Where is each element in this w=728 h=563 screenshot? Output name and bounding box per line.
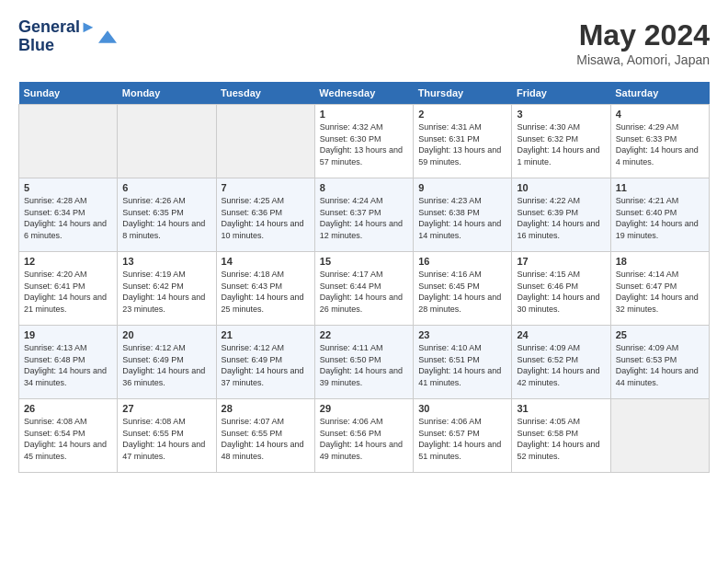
calendar-cell: 20Sunrise: 4:12 AMSunset: 6:49 PMDayligh… [118,326,216,399]
calendar-cell [19,105,118,178]
cell-info: Sunrise: 4:09 AMSunset: 6:53 PMDaylight:… [616,342,704,388]
calendar-cell: 23Sunrise: 4:10 AMSunset: 6:51 PMDayligh… [414,326,512,399]
day-number: 20 [122,329,210,340]
calendar-cell: 9Sunrise: 4:23 AMSunset: 6:38 PMDaylight… [414,178,512,252]
cell-info: Sunrise: 4:17 AMSunset: 6:44 PMDaylight:… [320,269,408,315]
cell-info: Sunrise: 4:13 AMSunset: 6:48 PMDaylight:… [24,342,112,388]
calendar-cell: 29Sunrise: 4:06 AMSunset: 6:56 PMDayligh… [314,399,413,473]
cell-info: Sunrise: 4:06 AMSunset: 6:56 PMDaylight:… [320,416,408,462]
calendar-cell: 24Sunrise: 4:09 AMSunset: 6:52 PMDayligh… [512,326,610,399]
dow-saturday: Saturday [610,82,709,105]
calendar-cell: 18Sunrise: 4:14 AMSunset: 6:47 PMDayligh… [610,252,709,326]
cell-info: Sunrise: 4:10 AMSunset: 6:51 PMDaylight:… [418,342,506,388]
cell-info: Sunrise: 4:26 AMSunset: 6:35 PMDaylight:… [122,195,210,241]
calendar-cell: 11Sunrise: 4:21 AMSunset: 6:40 PMDayligh… [610,178,709,252]
month-title: May 2024 [576,18,710,52]
calendar-week-2: 5Sunrise: 4:28 AMSunset: 6:34 PMDaylight… [19,178,710,252]
cell-info: Sunrise: 4:19 AMSunset: 6:42 PMDaylight:… [122,269,210,315]
calendar-cell: 6Sunrise: 4:26 AMSunset: 6:35 PMDaylight… [118,178,216,252]
day-number: 11 [616,182,704,193]
day-number: 12 [24,256,112,267]
calendar-cell: 4Sunrise: 4:29 AMSunset: 6:33 PMDaylight… [610,105,709,178]
logo-icon [98,28,117,46]
day-number: 15 [320,256,408,267]
cell-info: Sunrise: 4:11 AMSunset: 6:50 PMDaylight:… [320,342,408,388]
day-number: 2 [418,109,506,120]
calendar-cell: 8Sunrise: 4:24 AMSunset: 6:37 PMDaylight… [314,178,413,252]
cell-info: Sunrise: 4:24 AMSunset: 6:37 PMDaylight:… [320,195,408,241]
calendar-cell: 19Sunrise: 4:13 AMSunset: 6:48 PMDayligh… [19,326,118,399]
cell-info: Sunrise: 4:25 AMSunset: 6:36 PMDaylight:… [222,195,310,241]
calendar-cell: 30Sunrise: 4:06 AMSunset: 6:57 PMDayligh… [414,399,512,473]
calendar-cell: 21Sunrise: 4:12 AMSunset: 6:49 PMDayligh… [216,326,314,399]
cell-info: Sunrise: 4:08 AMSunset: 6:54 PMDaylight:… [24,416,112,462]
day-number: 31 [517,403,605,414]
cell-info: Sunrise: 4:28 AMSunset: 6:34 PMDaylight:… [24,195,112,241]
calendar-cell: 1Sunrise: 4:32 AMSunset: 6:30 PMDaylight… [314,105,413,178]
calendar-cell [216,105,314,178]
calendar-week-3: 12Sunrise: 4:20 AMSunset: 6:41 PMDayligh… [19,252,710,326]
location: Misawa, Aomori, Japan [576,52,710,67]
day-number: 26 [24,403,112,414]
logo-text: General►Blue [18,18,97,55]
calendar-cell: 3Sunrise: 4:30 AMSunset: 6:32 PMDaylight… [512,105,610,178]
calendar-cell: 17Sunrise: 4:15 AMSunset: 6:46 PMDayligh… [512,252,610,326]
cell-info: Sunrise: 4:09 AMSunset: 6:52 PMDaylight:… [517,342,605,388]
calendar-cell [610,399,709,473]
calendar-cell: 26Sunrise: 4:08 AMSunset: 6:54 PMDayligh… [19,399,118,473]
calendar-cell: 28Sunrise: 4:07 AMSunset: 6:55 PMDayligh… [216,399,314,473]
page-header: General►Blue May 2024 Misawa, Aomori, Ja… [18,18,710,67]
day-number: 14 [222,256,310,267]
day-number: 16 [418,256,506,267]
calendar-cell [118,105,216,178]
dow-monday: Monday [118,82,216,105]
day-number: 7 [222,182,310,193]
cell-info: Sunrise: 4:05 AMSunset: 6:58 PMDaylight:… [517,416,605,462]
cell-info: Sunrise: 4:20 AMSunset: 6:41 PMDaylight:… [24,269,112,315]
calendar-week-1: 1Sunrise: 4:32 AMSunset: 6:30 PMDaylight… [19,105,710,178]
day-number: 9 [418,182,506,193]
day-number: 5 [24,182,112,193]
day-number: 17 [517,256,605,267]
cell-info: Sunrise: 4:21 AMSunset: 6:40 PMDaylight:… [616,195,704,241]
calendar-cell: 12Sunrise: 4:20 AMSunset: 6:41 PMDayligh… [19,252,118,326]
cell-info: Sunrise: 4:18 AMSunset: 6:43 PMDaylight:… [222,269,310,315]
calendar-cell: 14Sunrise: 4:18 AMSunset: 6:43 PMDayligh… [216,252,314,326]
day-number: 22 [320,329,408,340]
day-number: 30 [418,403,506,414]
calendar-cell: 27Sunrise: 4:08 AMSunset: 6:55 PMDayligh… [118,399,216,473]
cell-info: Sunrise: 4:23 AMSunset: 6:38 PMDaylight:… [418,195,506,241]
cell-info: Sunrise: 4:12 AMSunset: 6:49 PMDaylight:… [122,342,210,388]
cell-info: Sunrise: 4:15 AMSunset: 6:46 PMDaylight:… [517,269,605,315]
cell-info: Sunrise: 4:31 AMSunset: 6:31 PMDaylight:… [418,121,506,167]
days-of-week-header: SundayMondayTuesdayWednesdayThursdayFrid… [19,82,710,105]
day-number: 10 [517,182,605,193]
dow-sunday: Sunday [19,82,118,105]
calendar-week-5: 26Sunrise: 4:08 AMSunset: 6:54 PMDayligh… [19,399,710,473]
cell-info: Sunrise: 4:30 AMSunset: 6:32 PMDaylight:… [517,121,605,167]
day-number: 29 [320,403,408,414]
calendar-cell: 31Sunrise: 4:05 AMSunset: 6:58 PMDayligh… [512,399,610,473]
calendar-cell: 7Sunrise: 4:25 AMSunset: 6:36 PMDaylight… [216,178,314,252]
calendar-cell: 5Sunrise: 4:28 AMSunset: 6:34 PMDaylight… [19,178,118,252]
dow-wednesday: Wednesday [314,82,413,105]
cell-info: Sunrise: 4:14 AMSunset: 6:47 PMDaylight:… [616,269,704,315]
calendar-cell: 10Sunrise: 4:22 AMSunset: 6:39 PMDayligh… [512,178,610,252]
day-number: 3 [517,109,605,120]
dow-friday: Friday [512,82,610,105]
calendar-cell: 2Sunrise: 4:31 AMSunset: 6:31 PMDaylight… [414,105,512,178]
cell-info: Sunrise: 4:08 AMSunset: 6:55 PMDaylight:… [122,416,210,462]
day-number: 27 [122,403,210,414]
calendar-cell: 22Sunrise: 4:11 AMSunset: 6:50 PMDayligh… [314,326,413,399]
calendar-cell: 13Sunrise: 4:19 AMSunset: 6:42 PMDayligh… [118,252,216,326]
dow-tuesday: Tuesday [216,82,314,105]
cell-info: Sunrise: 4:22 AMSunset: 6:39 PMDaylight:… [517,195,605,241]
day-number: 28 [222,403,310,414]
day-number: 8 [320,182,408,193]
logo: General►Blue [18,18,117,55]
calendar-table: SundayMondayTuesdayWednesdayThursdayFrid… [18,82,710,473]
calendar-week-4: 19Sunrise: 4:13 AMSunset: 6:48 PMDayligh… [19,326,710,399]
svg-marker-0 [98,30,117,42]
day-number: 21 [222,329,310,340]
day-number: 13 [122,256,210,267]
